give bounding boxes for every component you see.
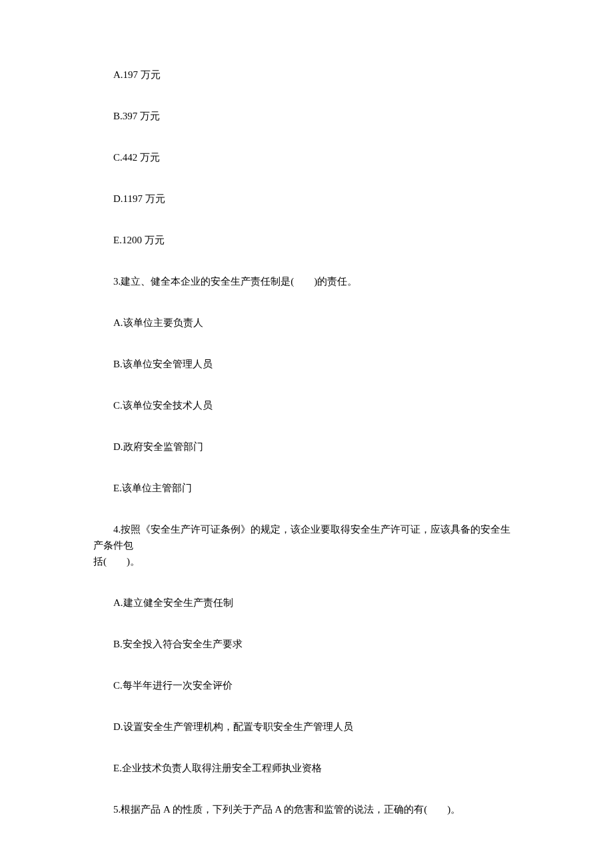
- q3-option-c: C.该单位安全技术人员: [93, 397, 520, 413]
- q3-option-a: A.该单位主要负责人: [93, 315, 520, 331]
- q4-option-d: D.设置安全生产管理机构，配置专职安全生产管理人员: [93, 719, 520, 735]
- q4-stem-line2: 括( )。: [93, 553, 520, 569]
- q2-option-b: B.397 万元: [93, 108, 520, 124]
- q5-stem: 5.根据产品 A 的性质，下列关于产品 A 的危害和监管的说法，正确的有( )。: [93, 801, 520, 817]
- q2-option-a: A.197 万元: [93, 67, 520, 83]
- q4-stem: 4.按照《安全生产许可证条例》的规定，该企业要取得安全生产许可证，应该具备的安全…: [93, 521, 520, 569]
- q2-option-d: D.1197 万元: [93, 191, 520, 207]
- q4-option-b: B.安全投入符合安全生产要求: [93, 636, 520, 652]
- q3-option-e: E.该单位主管部门: [93, 480, 520, 496]
- q3-option-d: D.政府安全监管部门: [93, 439, 520, 455]
- q4-option-a: A.建立健全安全生产责任制: [93, 595, 520, 611]
- q4-stem-line1: 4.按照《安全生产许可证条例》的规定，该企业要取得安全生产许可证，应该具备的安全…: [93, 521, 520, 553]
- q4-option-e: E.企业技术负责人取得注册安全工程师执业资格: [93, 760, 520, 776]
- q2-option-e: E.1200 万元: [93, 232, 520, 248]
- q2-option-c: C.442 万元: [93, 149, 520, 165]
- q3-option-b: B.该单位安全管理人员: [93, 356, 520, 372]
- q4-option-c: C.每半年进行一次安全评价: [93, 677, 520, 693]
- q3-stem: 3.建立、健全本企业的安全生产责任制是( )的责任。: [93, 273, 520, 289]
